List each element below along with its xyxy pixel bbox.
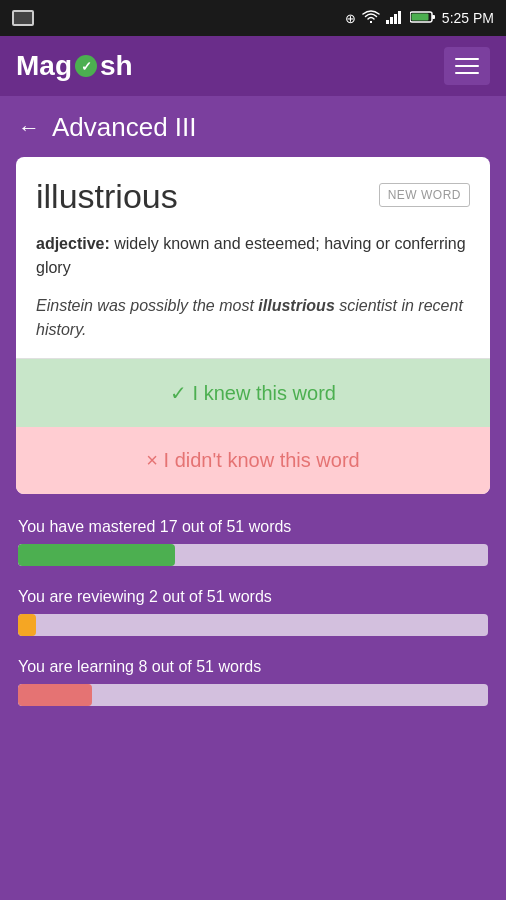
part-of-speech: adjective:: [36, 235, 110, 252]
learning-progress-bar-fill: [18, 684, 92, 706]
learning-progress-bar-bg: [18, 684, 488, 706]
knew-word-label: ✓ I knew this word: [170, 382, 336, 404]
page-header: ← Advanced III: [0, 96, 506, 157]
didnt-know-label: × I didn't know this word: [146, 449, 359, 471]
mastered-progress-item: You have mastered 17 out of 51 words: [18, 518, 488, 566]
logo-text-2: sh: [100, 50, 133, 82]
svg-rect-1: [390, 17, 393, 24]
status-bar: ⊕ 5:25 PM: [0, 0, 506, 36]
svg-rect-5: [432, 15, 435, 19]
reviewing-progress-bar-fill: [18, 614, 36, 636]
example-bold-word: illustrious: [258, 297, 334, 314]
back-button[interactable]: ←: [18, 115, 40, 141]
hamburger-line-2: [455, 65, 479, 67]
svg-rect-3: [398, 11, 401, 24]
svg-rect-0: [386, 20, 389, 24]
progress-section: You have mastered 17 out of 51 words You…: [0, 494, 506, 748]
svg-rect-2: [394, 14, 397, 24]
status-time: 5:25 PM: [442, 10, 494, 26]
status-right: ⊕ 5:25 PM: [345, 10, 494, 27]
mastered-progress-bar-fill: [18, 544, 175, 566]
reviewing-progress-item: You are reviewing 2 out of 51 words: [18, 588, 488, 636]
wifi-icon: [362, 10, 380, 27]
learning-progress-item: You are learning 8 out of 51 words: [18, 658, 488, 706]
vocabulary-word: illustrious: [36, 177, 178, 216]
learning-label: You are learning 8 out of 51 words: [18, 658, 488, 676]
knew-word-button[interactable]: ✓ I knew this word: [16, 358, 490, 427]
status-left: [12, 10, 34, 26]
logo-text-1: Mag: [16, 50, 72, 82]
signal-icon: [386, 10, 404, 27]
card-content: illustrious NEW WORD adjective: widely k…: [16, 157, 490, 358]
hamburger-line-1: [455, 58, 479, 60]
mastered-label: You have mastered 17 out of 51 words: [18, 518, 488, 536]
screen-icon: [12, 10, 34, 26]
example-sentence: Einstein was possibly the most illustrio…: [36, 294, 470, 342]
reviewing-label: You are reviewing 2 out of 51 words: [18, 588, 488, 606]
didnt-know-button[interactable]: × I didn't know this word: [16, 427, 490, 494]
reviewing-progress-bar-bg: [18, 614, 488, 636]
logo: Mag ✓ sh: [16, 50, 133, 82]
word-card: illustrious NEW WORD adjective: widely k…: [16, 157, 490, 494]
word-header: illustrious NEW WORD: [36, 177, 470, 216]
logo-checkmark: ✓: [75, 55, 97, 77]
hamburger-line-3: [455, 72, 479, 74]
gps-icon: ⊕: [345, 11, 356, 26]
page-title: Advanced III: [52, 112, 197, 143]
word-definition: adjective: widely known and esteemed; ha…: [36, 232, 470, 280]
mastered-progress-bar-bg: [18, 544, 488, 566]
new-word-badge: NEW WORD: [379, 183, 470, 207]
battery-icon: [410, 10, 436, 27]
nav-bar: Mag ✓ sh: [0, 36, 506, 96]
svg-rect-6: [411, 13, 428, 20]
hamburger-menu-button[interactable]: [444, 47, 490, 85]
